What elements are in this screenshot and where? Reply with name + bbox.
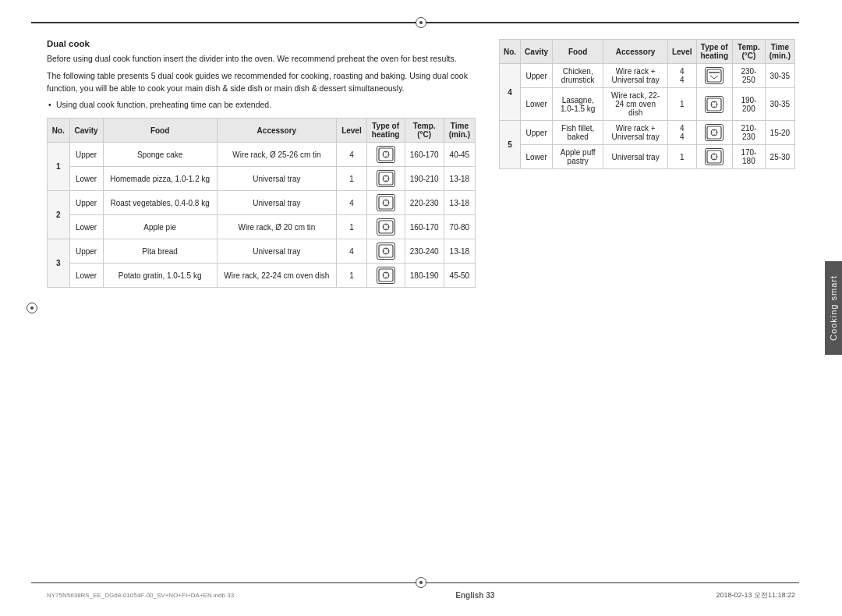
col-header-accessory-r: Accessory [603,40,668,64]
cell-level: 1 [667,145,696,169]
cell-heating [366,191,405,215]
col-header-time: Time(min.) [444,119,475,143]
section-title: Dual cook [47,39,476,48]
cell-accessory: Wire rack, Ø 20 cm tin [217,215,337,239]
svg-rect-6 [379,172,393,185]
cell-heating [366,264,405,288]
col-header-level-r: Level [667,40,696,64]
col-header-cavity: Cavity [69,119,103,143]
cell-time: 30-35 [765,64,794,88]
svg-rect-38 [707,98,721,111]
cell-accessory: Wire rack + Universal tray [603,64,668,88]
cell-temp: 180-190 [405,264,444,288]
svg-rect-50 [707,150,721,163]
cell-time: 15-20 [765,121,794,145]
content-area: Dual cook Before using dual cook functio… [47,39,795,569]
cell-accessory: Universal tray [217,239,337,264]
cell-heating [696,64,733,88]
cell-food: Pita bread [103,239,217,264]
table-row: 5 Upper Fish fillet, baked Wire rack + U… [500,121,795,145]
cell-temp: 160-170 [405,143,444,167]
cell-food: Homemade pizza, 1.0-1.2 kg [103,167,217,191]
right-cooking-table: No. Cavity Food Accessory Level Type ofh… [499,39,795,169]
heating-icon [377,170,395,187]
cell-heating [366,167,405,191]
svg-rect-24 [379,245,393,257]
cell-accessory: Wire rack, Ø 25-26 cm tin [217,143,337,167]
cell-level: 1 [667,88,696,121]
page-container: Cooking smart Dual cook Before using dua… [0,0,842,616]
cell-cavity: Upper [521,64,553,88]
left-column: Dual cook Before using dual cook functio… [47,39,476,569]
cell-cavity: Lower [69,264,103,288]
cell-level: 44 [667,121,696,145]
heating-icon [377,194,395,211]
side-tab-label: Cooking smart [829,275,838,341]
cell-temp: 190-200 [733,88,766,121]
table-row: Lower Homemade pizza, 1.0-1.2 kg Univers… [48,167,476,191]
cell-time: 70-80 [444,215,475,239]
footer: NY75N5638RS_EE_DG68-01054F-00_SV+NO+FI+D… [47,590,795,600]
cell-heating [696,145,733,169]
cell-food: Lasagne, 1.0-1.5 kg [553,88,603,121]
cell-level: 4 [337,239,366,264]
table-row: Lower Apple pie Wire rack, Ø 20 cm tin 1 [48,215,476,239]
col-header-cavity-r: Cavity [521,40,553,64]
cell-accessory: Universal tray [603,145,668,169]
cell-temp: 160-170 [405,215,444,239]
cell-food: Sponge cake [103,143,217,167]
intro-text-1: Before using dual cook function insert t… [47,53,476,65]
cell-accessory: Universal tray [217,167,337,191]
col-header-food-r: Food [553,40,603,64]
svg-rect-36 [707,69,721,82]
cell-cavity: Upper [69,239,103,264]
footer-timestamp: 2018-02-13 오전11:18:22 [716,590,795,600]
cell-temp: 170-180 [733,145,766,169]
cell-no: 5 [500,121,521,169]
cell-cavity: Lower [69,215,103,239]
cell-food: Roast vegetables, 0.4-0.8 kg [103,191,217,215]
col-header-temp: Temp.(°C) [405,119,444,143]
cell-temp: 190-210 [405,167,444,191]
cell-accessory: Wire rack, 22-24 cm oven dish [603,88,668,121]
cell-no: 4 [500,64,521,121]
svg-rect-44 [707,126,721,139]
cell-accessory: Universal tray [217,191,337,215]
right-column: No. Cavity Food Accessory Level Type ofh… [499,39,795,569]
bullet-text: Using dual cook function, preheating tim… [47,99,476,112]
heating-icon-grill [705,67,723,84]
col-header-heating-r: Type ofheating [696,40,733,64]
cell-temp: 230-250 [733,64,766,88]
table-row: 1 Upper Sponge cake Wire rack, Ø 25-26 c… [48,143,476,167]
cell-time: 40-45 [444,143,475,167]
col-header-heating: Type ofheating [366,119,405,143]
table-row: Lower Apple puff pastry Universal tray 1 [500,145,795,169]
cell-cavity: Upper [521,121,553,145]
col-header-level: Level [337,119,366,143]
cell-heating [696,88,733,121]
cell-food: Fish fillet, baked [553,121,603,145]
cell-accessory: Wire rack + Universal tray [603,121,668,145]
cell-cavity: Lower [521,145,553,169]
footer-page-number: English 33 [455,591,494,600]
heating-icon [705,96,723,113]
footer-filename: NY75N5638RS_EE_DG68-01054F-00_SV+NO+FI+D… [47,592,234,599]
cell-cavity: Lower [69,167,103,191]
cell-accessory: Wire rack, 22-24 cm oven dish [217,264,337,288]
heating-icon [377,243,395,260]
heating-icon [377,218,395,235]
cell-level: 1 [337,215,366,239]
svg-rect-0 [379,148,393,161]
cell-time: 13-18 [444,239,475,264]
cell-time: 25-30 [765,145,794,169]
svg-rect-18 [379,221,393,233]
cell-time: 30-35 [765,88,794,121]
cell-level: 4 [337,143,366,167]
cell-time: 13-18 [444,167,475,191]
cell-heating [696,121,733,145]
cell-level: 44 [667,64,696,88]
cell-heating [366,239,405,264]
col-header-food: Food [103,119,217,143]
col-header-temp-r: Temp.(°C) [733,40,766,64]
cell-no: 1 [48,143,70,191]
